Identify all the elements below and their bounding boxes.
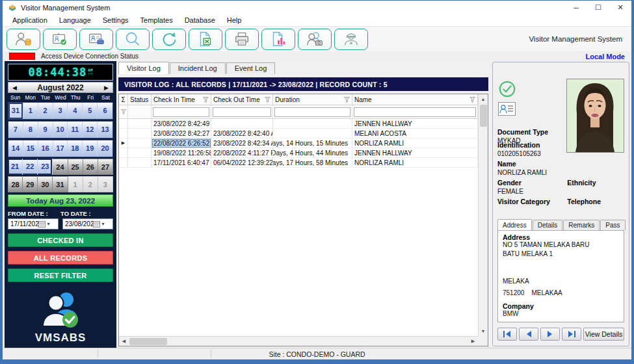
row-filter-cell[interactable] xyxy=(119,105,128,119)
calendar-day[interactable]: 12 xyxy=(83,122,98,138)
reset-filter-button[interactable]: RESET FILTER xyxy=(8,268,113,282)
view-details-button[interactable]: View Details xyxy=(583,328,624,341)
calendar-day[interactable]: 29 xyxy=(23,176,38,192)
calendar-day[interactable]: 3 xyxy=(53,103,68,119)
calendar-day[interactable]: 31 xyxy=(8,103,23,119)
calendar-day-selected[interactable]: 22 xyxy=(23,159,38,175)
vertical-scroll-thumb[interactable] xyxy=(480,105,487,127)
minimize-button[interactable]: ─ xyxy=(565,1,587,14)
filter-status-cell[interactable] xyxy=(128,105,152,119)
calendar-day[interactable]: 7 xyxy=(8,122,23,138)
filter-name-input[interactable] xyxy=(354,107,476,117)
calendar-day[interactable]: 18 xyxy=(68,140,83,157)
vertical-scrollbar[interactable]: ▲ ▼ xyxy=(478,94,488,336)
calendar-day[interactable]: 28 xyxy=(8,176,23,192)
all-records-button[interactable]: ALL RECORDS xyxy=(8,251,113,265)
tab-event-log[interactable]: Event Log xyxy=(226,62,276,74)
calendar-day[interactable]: 26 xyxy=(83,159,98,175)
calendar-day[interactable]: 31 xyxy=(53,176,68,192)
calendar-day[interactable]: 9 xyxy=(38,122,53,138)
print-button[interactable] xyxy=(225,29,259,50)
tab-visitor-log[interactable]: Visitor Log xyxy=(118,62,169,74)
menu-language[interactable]: Language xyxy=(53,14,97,26)
tab-pass[interactable]: Pass xyxy=(600,220,625,230)
horizontal-scrollbar[interactable]: ◀ ▶ xyxy=(119,336,478,346)
calendar-day[interactable]: 2 xyxy=(38,103,53,119)
to-date-input[interactable] xyxy=(63,220,93,228)
badge-print-button[interactable] xyxy=(79,29,113,50)
calendar-day[interactable]: 25 xyxy=(68,159,83,175)
table-row[interactable]: 17/11/2021 6:40:47 PM06/04/2022 12:39:22… xyxy=(119,158,478,168)
close-button[interactable]: ✕ xyxy=(609,1,631,14)
from-date-input[interactable] xyxy=(8,220,38,228)
checked-in-button[interactable]: CHECKED IN xyxy=(8,233,113,247)
badge-verified-button[interactable] xyxy=(43,29,77,50)
calendar-day[interactable]: 27 xyxy=(98,159,113,175)
table-row[interactable]: 23/08/2022 8:42:49 AM JENNEN HALLWAY xyxy=(119,119,478,129)
chevron-down-icon[interactable]: ▼ xyxy=(101,222,105,226)
calendar-next-button[interactable]: ▶ xyxy=(104,84,109,91)
calendar-day-next-month[interactable]: 3 xyxy=(98,176,113,192)
column-header-duration[interactable]: Duration xyxy=(273,94,352,105)
calendar-day-next-month[interactable]: 1 xyxy=(68,176,83,192)
menu-templates[interactable]: Templates xyxy=(135,14,179,26)
horizontal-scroll-thumb[interactable] xyxy=(129,338,167,345)
first-record-button[interactable] xyxy=(497,328,517,341)
calendar-day[interactable]: 4 xyxy=(68,103,83,119)
column-header-check-out[interactable]: Check Out Time xyxy=(211,94,273,105)
calendar-day[interactable]: 30 xyxy=(38,176,53,192)
id-card-icon[interactable] xyxy=(498,102,516,118)
filter-check-out-input[interactable] xyxy=(213,107,271,117)
calendar-day[interactable]: 19 xyxy=(83,140,98,157)
previous-record-button[interactable] xyxy=(519,328,538,341)
maximize-button[interactable]: ☐ xyxy=(587,1,609,14)
menu-database[interactable]: Database xyxy=(179,14,221,26)
tab-details[interactable]: Details xyxy=(533,220,563,230)
calendar-day[interactable]: 17 xyxy=(53,140,68,157)
menu-settings[interactable]: Settings xyxy=(97,14,135,26)
table-row[interactable]: 19/08/2022 11:26:58 AM22/08/2022 4:11:27… xyxy=(119,148,478,158)
export-excel-button[interactable] xyxy=(189,29,222,50)
tab-address[interactable]: Address xyxy=(497,219,532,230)
report-chart-button[interactable] xyxy=(261,29,295,50)
from-date-picker[interactable]: ▼ xyxy=(8,218,59,229)
guard-button[interactable] xyxy=(334,29,368,50)
column-header-status[interactable]: Status xyxy=(128,94,152,105)
visitor-database-button[interactable] xyxy=(7,29,40,50)
menu-help[interactable]: Help xyxy=(221,14,248,26)
tab-incident-log[interactable]: Incident Log xyxy=(170,62,226,74)
to-date-picker[interactable]: ▼ xyxy=(62,218,113,229)
calendar-day-selected[interactable]: 23 xyxy=(38,159,53,175)
calendar-day[interactable]: 20 xyxy=(98,140,112,157)
calendar-day[interactable]: 5 xyxy=(83,103,98,119)
calendar-day[interactable]: 24 xyxy=(53,159,68,175)
calendar-day[interactable]: 10 xyxy=(53,122,68,138)
calendar-prev-button[interactable]: ◀ xyxy=(12,84,17,91)
chevron-down-icon[interactable]: ▼ xyxy=(46,222,51,226)
grid-corner-cell[interactable]: Σ xyxy=(119,94,128,105)
filter-duration-input[interactable] xyxy=(274,107,350,117)
tab-remarks[interactable]: Remarks xyxy=(563,220,600,230)
column-header-check-in[interactable]: Check In Time xyxy=(152,94,211,105)
table-row[interactable]: 23/08/2022 8:42:27 AM23/08/2022 8:42:40 … xyxy=(119,129,478,138)
calendar-day[interactable]: 6 xyxy=(98,103,112,119)
calendar-day-next-month[interactable]: 2 xyxy=(83,176,98,192)
filter-check-in-input[interactable] xyxy=(153,107,209,117)
scroll-right-icon[interactable]: ▶ xyxy=(468,337,478,346)
scroll-down-icon[interactable]: ▼ xyxy=(479,326,488,336)
refresh-button[interactable] xyxy=(152,29,186,50)
calendar-day[interactable]: 14 xyxy=(8,140,23,157)
calendar-day[interactable]: 11 xyxy=(68,122,83,138)
calendar-day[interactable]: 8 xyxy=(23,122,38,138)
last-record-button[interactable] xyxy=(562,328,581,341)
search-button[interactable] xyxy=(116,29,150,50)
scroll-up-icon[interactable]: ▲ xyxy=(479,94,488,104)
menu-application[interactable]: Application xyxy=(7,14,53,26)
column-header-name[interactable]: Name xyxy=(352,94,478,105)
calendar-day[interactable]: 1 xyxy=(23,103,38,119)
calendar-day[interactable]: 16 xyxy=(38,140,53,157)
calendar-day-selected[interactable]: 21 xyxy=(8,159,23,175)
next-record-button[interactable] xyxy=(540,328,560,341)
calendar-day[interactable]: 15 xyxy=(23,140,38,157)
today-banner[interactable]: Today Aug 23, 2022 xyxy=(8,194,113,207)
